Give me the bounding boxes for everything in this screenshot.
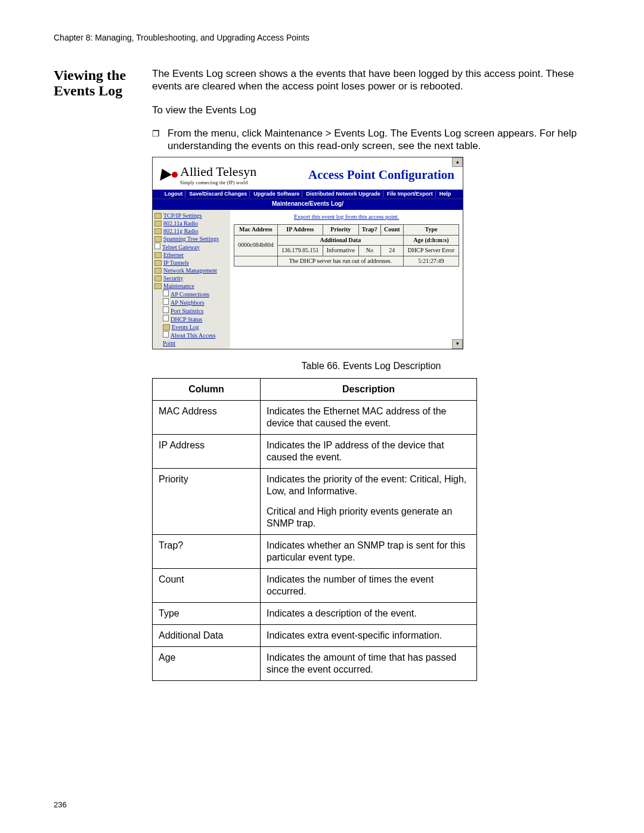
nav-item[interactable]: Security: [154, 274, 229, 282]
description-table: Column Description MAC AddressIndicates …: [152, 378, 477, 681]
table-caption: Table 66. Events Log Description: [152, 360, 590, 372]
desc-col-name: Trap?: [153, 534, 261, 568]
nav-tree: TCP/IP Settings802.11a Radio802.11g Radi…: [153, 210, 230, 349]
desc-head-desc: Description: [261, 378, 477, 400]
evt-prio: Informative: [323, 246, 358, 256]
desc-col-name: IP Address: [153, 434, 261, 468]
bullet-icon: ❐: [152, 127, 168, 153]
running-head: Chapter 8: Managing, Troubleshooting, an…: [54, 33, 590, 42]
evt-type: DHCP Server Error: [403, 246, 459, 256]
desc-col-name: Priority: [153, 468, 261, 534]
nav-item[interactable]: 802.11g Radio: [154, 227, 229, 235]
desc-col-text: Indicates extra event-specific informati…: [261, 624, 477, 646]
evt-additional: The DHCP server has run out of addresses…: [277, 256, 403, 267]
desc-col-text: Indicates the number of times the event …: [261, 568, 477, 602]
desc-col-text: Indicates a description of the event.: [261, 602, 477, 624]
menu-item[interactable]: Save/Discard Changes: [187, 191, 250, 197]
section-toview: To view the Events Log: [152, 104, 590, 116]
desc-col-name: Additional Data: [153, 624, 261, 646]
section-title: Viewing the Events Log: [54, 67, 152, 99]
desc-col-name: Type: [153, 602, 261, 624]
page-number: 236: [54, 800, 67, 809]
evt-header: Count: [380, 225, 403, 236]
menu-item[interactable]: Distributed Network Upgrade: [304, 191, 383, 197]
evt-trap: No: [358, 246, 380, 256]
menu-item[interactable]: Help: [437, 191, 454, 197]
menu-item[interactable]: File Import/Export: [385, 191, 436, 197]
brand-sub: Simply connecting the (IP) world: [180, 180, 256, 186]
evt-header: IP Address: [277, 225, 323, 236]
desc-head-col: Column: [153, 378, 261, 400]
evt-header: Type: [403, 225, 459, 236]
nav-item[interactable]: Maintenance: [154, 282, 229, 290]
nav-sub-item[interactable]: AP Neighbors: [154, 298, 229, 306]
nav-item[interactable]: Network Management: [154, 267, 229, 274]
evt-subhead-additional: Additional Data: [277, 235, 403, 246]
desc-col-name: Age: [153, 646, 261, 680]
scroll-down-icon[interactable]: ▾: [452, 339, 463, 349]
config-title: Access Point Configuration: [308, 167, 454, 182]
bullet-text: From the menu, click Maintenance > Event…: [168, 127, 590, 153]
desc-col-text: Indicates the Ethernet MAC address of th…: [261, 400, 477, 434]
brand-name: Allied Telesyn: [180, 164, 256, 179]
menu-bar: LogoutSave/Discard ChangesUpgrade Softwa…: [153, 190, 463, 199]
nav-item[interactable]: Telnet Gateway: [154, 243, 229, 251]
breadcrumb: Maintenance/Events Log/: [153, 199, 463, 210]
logo-dot-icon: [172, 172, 178, 178]
evt-header: Trap?: [358, 225, 380, 236]
export-link[interactable]: Export this event log from this access p…: [234, 213, 459, 221]
desc-col-text: Indicates whether an SNMP trap is sent f…: [261, 534, 477, 568]
nav-sub-item[interactable]: Events Log: [154, 323, 229, 331]
logo-triangle-icon: [160, 169, 173, 181]
nav-item[interactable]: Spanning Tree Settings: [154, 235, 229, 243]
scroll-up-icon[interactable]: ▴: [452, 157, 463, 167]
nav-sub-item[interactable]: AP Connections: [154, 290, 229, 298]
section-intro: The Events Log screen shows a the events…: [152, 67, 590, 93]
embedded-screenshot: ▴ Allied Telesyn Simply connecting the (…: [152, 157, 463, 349]
nav-item[interactable]: 802.11a Radio: [154, 219, 229, 227]
events-table: Mac AddressIP AddressPriorityTrap?CountT…: [234, 224, 459, 267]
nav-item[interactable]: TCP/IP Settings: [154, 212, 229, 219]
nav-sub-item[interactable]: About This Access Point: [154, 331, 229, 347]
evt-subhead-age: Age (d:h:m:s): [403, 235, 459, 246]
menu-item[interactable]: Logout: [162, 191, 186, 197]
evt-mac: 0000c084b80d: [234, 235, 278, 256]
evt-age: 5:21:27:49: [403, 256, 459, 267]
desc-col-name: Count: [153, 568, 261, 602]
evt-header: Mac Address: [234, 225, 278, 236]
nav-item[interactable]: Ethernet: [154, 251, 229, 259]
evt-count: 24: [380, 246, 403, 256]
nav-sub-item[interactable]: Port Statistics: [154, 306, 229, 315]
evt-header: Priority: [323, 225, 358, 236]
desc-col-name: MAC Address: [153, 400, 261, 434]
nav-item[interactable]: IP Tunnels: [154, 259, 229, 267]
desc-col-text: Indicates the amount of time that has pa…: [261, 646, 477, 680]
desc-col-text: Indicates the priority of the event: Cri…: [261, 468, 477, 534]
desc-col-text: Indicates the IP address of the device t…: [261, 434, 477, 468]
evt-ip: 136.179.85.151: [277, 246, 323, 256]
menu-item[interactable]: Upgrade Software: [251, 191, 302, 197]
nav-sub-item[interactable]: DHCP Status: [154, 315, 229, 323]
